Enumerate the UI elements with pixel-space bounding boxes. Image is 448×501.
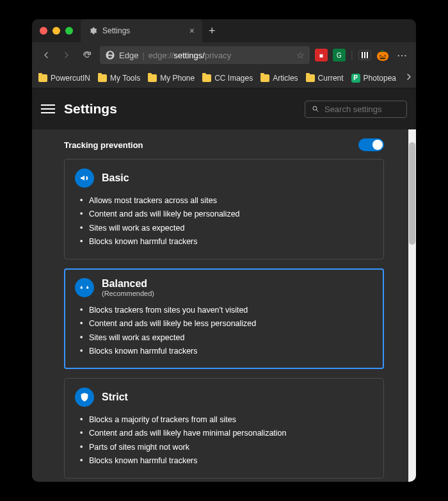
megaphone-icon <box>75 168 94 188</box>
extension-icon-1[interactable]: ■ <box>315 49 328 62</box>
scrollbar-thumb[interactable] <box>409 142 415 245</box>
favorites-icon[interactable] <box>358 50 371 60</box>
section-header-row: Tracking prevention <box>64 138 384 151</box>
search-settings-input[interactable] <box>305 101 407 118</box>
more-menu-button[interactable]: ⋯ <box>394 49 410 62</box>
settings-header: Settings <box>32 88 416 129</box>
bookmark-item[interactable]: CC Images <box>202 74 253 83</box>
bookmark-item[interactable]: My Tools <box>98 74 140 83</box>
toolbar: Edge | edge://settings/privacy ☆ ■ G | 🎃… <box>32 42 416 68</box>
option-bullets: Allows most trackers across all sites Co… <box>75 194 373 249</box>
favorite-icon[interactable]: ☆ <box>296 50 305 60</box>
tab-title: Settings <box>102 26 130 35</box>
section-title: Tracking prevention <box>64 140 143 150</box>
svg-point-0 <box>313 106 317 110</box>
new-tab-button[interactable]: + <box>202 24 222 38</box>
photopea-icon: P <box>351 74 360 83</box>
scrollbar[interactable] <box>408 129 416 482</box>
folder-icon <box>306 74 315 82</box>
browser-window: Settings × + Edge | edge://settings/priv… <box>32 19 416 482</box>
gear-icon <box>88 26 97 35</box>
option-title: Basic <box>102 172 129 184</box>
search-field[interactable] <box>324 104 400 114</box>
balance-icon <box>75 278 94 297</box>
bookmark-item[interactable]: PPhotopea <box>351 74 396 83</box>
close-window-button[interactable] <box>40 27 47 35</box>
address-bar[interactable]: Edge | edge://settings/privacy ☆ <box>100 46 310 64</box>
bookmarks-bar: PowercutIN My Tools My Phone CC Images A… <box>32 68 416 88</box>
edge-icon <box>105 50 115 60</box>
titlebar: Settings × + <box>32 19 416 42</box>
tracking-option-balanced[interactable]: Balanced (Recommended) Blocks trackers f… <box>64 268 384 369</box>
profile-icon[interactable]: 🎃 <box>376 49 389 62</box>
search-icon <box>312 104 319 113</box>
url-text: edge://settings/privacy <box>148 51 231 60</box>
bookmark-item[interactable]: My Phone <box>148 74 195 83</box>
bookmarks-overflow-button[interactable] <box>404 72 414 84</box>
tracking-option-basic[interactable]: Basic Allows most trackers across all si… <box>64 159 384 259</box>
page-title: Settings <box>64 101 117 117</box>
bookmark-item[interactable]: PowercutIN <box>38 74 90 83</box>
option-bullets: Blocks a majority of trackers from all s… <box>75 413 373 468</box>
tracking-option-strict[interactable]: Strict Blocks a majority of trackers fro… <box>64 378 384 479</box>
maximize-window-button[interactable] <box>65 27 73 35</box>
option-bullets: Blocks trackers from sites you haven't v… <box>75 304 373 358</box>
browser-tab[interactable]: Settings × <box>81 19 202 42</box>
back-button[interactable] <box>38 47 54 63</box>
option-subtitle: (Recommended) <box>102 290 154 297</box>
browser-label: Edge <box>119 51 138 60</box>
folder-icon <box>98 74 107 82</box>
window-controls <box>32 27 81 35</box>
refresh-button[interactable] <box>79 47 95 63</box>
folder-icon <box>260 74 269 82</box>
hamburger-menu-button[interactable] <box>41 102 55 116</box>
option-title: Strict <box>102 391 128 403</box>
option-title: Balanced <box>102 278 154 290</box>
forward-button[interactable] <box>59 47 74 63</box>
shield-icon <box>75 388 94 407</box>
folder-icon <box>148 74 157 82</box>
settings-content: Tracking prevention Basic Allows most tr… <box>32 129 416 482</box>
minimize-window-button[interactable] <box>52 27 60 35</box>
bookmark-item[interactable]: Articles <box>260 74 298 83</box>
bookmark-item[interactable]: Current <box>306 74 344 83</box>
extension-icon-2[interactable]: G <box>333 49 346 62</box>
folder-icon <box>202 74 211 82</box>
folder-icon <box>38 74 47 82</box>
close-tab-button[interactable]: × <box>189 26 195 36</box>
tracking-prevention-toggle[interactable] <box>358 138 384 151</box>
